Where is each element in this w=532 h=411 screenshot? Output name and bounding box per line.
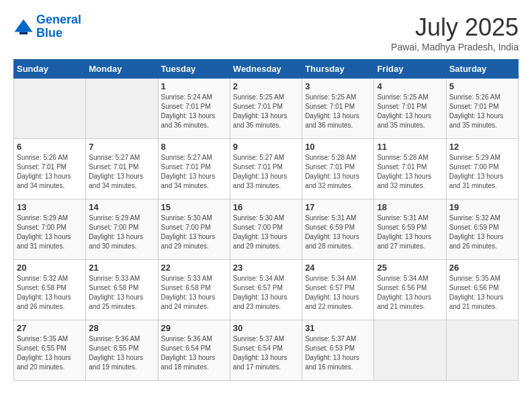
calendar-cell: 20Sunrise: 5:32 AM Sunset: 6:58 PM Dayli… xyxy=(14,260,86,320)
day-info: Sunrise: 5:34 AM Sunset: 6:57 PM Dayligh… xyxy=(305,274,371,312)
day-number: 29 xyxy=(161,323,227,333)
day-info: Sunrise: 5:29 AM Sunset: 7:00 PM Dayligh… xyxy=(89,214,154,251)
day-number: 12 xyxy=(449,142,515,152)
calendar-cell: 26Sunrise: 5:35 AM Sunset: 6:56 PM Dayli… xyxy=(446,260,518,320)
day-info: Sunrise: 5:25 AM Sunset: 7:01 PM Dayligh… xyxy=(305,93,371,130)
calendar-cell: 31Sunrise: 5:37 AM Sunset: 6:53 PM Dayli… xyxy=(302,320,374,381)
day-info: Sunrise: 5:33 AM Sunset: 6:58 PM Dayligh… xyxy=(89,274,154,312)
title-block: July 2025 Pawai, Madhya Pradesh, India xyxy=(391,13,519,52)
calendar-cell: 22Sunrise: 5:33 AM Sunset: 6:58 PM Dayli… xyxy=(158,260,230,320)
day-info: Sunrise: 5:36 AM Sunset: 6:55 PM Dayligh… xyxy=(89,334,154,372)
day-number: 7 xyxy=(89,142,154,152)
page-header: General Blue July 2025 Pawai, Madhya Pra… xyxy=(13,13,519,52)
day-info: Sunrise: 5:29 AM Sunset: 7:00 PM Dayligh… xyxy=(449,153,515,191)
day-info: Sunrise: 5:26 AM Sunset: 7:01 PM Dayligh… xyxy=(17,153,83,191)
calendar-cell: 6Sunrise: 5:26 AM Sunset: 7:01 PM Daylig… xyxy=(14,139,86,199)
calendar-cell: 24Sunrise: 5:34 AM Sunset: 6:57 PM Dayli… xyxy=(302,260,374,320)
day-info: Sunrise: 5:35 AM Sunset: 6:55 PM Dayligh… xyxy=(17,334,83,372)
day-info: Sunrise: 5:32 AM Sunset: 6:59 PM Dayligh… xyxy=(449,214,515,251)
day-number: 3 xyxy=(305,81,371,91)
calendar-cell: 18Sunrise: 5:31 AM Sunset: 6:59 PM Dayli… xyxy=(374,199,446,260)
calendar-cell: 2Sunrise: 5:25 AM Sunset: 7:01 PM Daylig… xyxy=(230,79,302,139)
day-number: 18 xyxy=(377,202,443,212)
day-info: Sunrise: 5:27 AM Sunset: 7:01 PM Dayligh… xyxy=(89,153,154,191)
day-number: 22 xyxy=(161,263,227,273)
day-info: Sunrise: 5:37 AM Sunset: 6:53 PM Dayligh… xyxy=(305,334,371,372)
day-number: 26 xyxy=(449,263,515,273)
day-number: 24 xyxy=(305,263,371,273)
day-info: Sunrise: 5:36 AM Sunset: 6:54 PM Dayligh… xyxy=(161,334,227,372)
day-number: 11 xyxy=(377,142,443,152)
day-number: 6 xyxy=(17,142,83,152)
calendar-cell: 14Sunrise: 5:29 AM Sunset: 7:00 PM Dayli… xyxy=(86,199,158,260)
day-number: 4 xyxy=(377,81,443,91)
header-day-friday: Friday xyxy=(374,60,446,79)
calendar-cell: 16Sunrise: 5:30 AM Sunset: 7:00 PM Dayli… xyxy=(230,199,302,260)
calendar-header: SundayMondayTuesdayWednesdayThursdayFrid… xyxy=(14,60,519,79)
day-info: Sunrise: 5:26 AM Sunset: 7:01 PM Dayligh… xyxy=(449,93,515,130)
logo-line2: Blue xyxy=(36,26,62,40)
calendar-cell: 12Sunrise: 5:29 AM Sunset: 7:00 PM Dayli… xyxy=(446,139,518,199)
day-number: 1 xyxy=(161,81,227,91)
svg-marker-0 xyxy=(15,19,33,32)
calendar-cell: 19Sunrise: 5:32 AM Sunset: 6:59 PM Dayli… xyxy=(446,199,518,260)
calendar-body: 1Sunrise: 5:24 AM Sunset: 7:01 PM Daylig… xyxy=(14,79,519,381)
week-row-5: 27Sunrise: 5:35 AM Sunset: 6:55 PM Dayli… xyxy=(14,320,519,381)
calendar-cell: 9Sunrise: 5:27 AM Sunset: 7:01 PM Daylig… xyxy=(230,139,302,199)
week-row-3: 13Sunrise: 5:29 AM Sunset: 7:00 PM Dayli… xyxy=(14,199,519,260)
day-number: 28 xyxy=(89,323,154,333)
day-number: 27 xyxy=(17,323,83,333)
day-number: 21 xyxy=(89,263,154,273)
calendar-cell: 28Sunrise: 5:36 AM Sunset: 6:55 PM Dayli… xyxy=(86,320,158,381)
calendar-cell: 1Sunrise: 5:24 AM Sunset: 7:01 PM Daylig… xyxy=(158,79,230,139)
day-info: Sunrise: 5:34 AM Sunset: 6:57 PM Dayligh… xyxy=(233,274,299,312)
calendar-cell: 3Sunrise: 5:25 AM Sunset: 7:01 PM Daylig… xyxy=(302,79,374,139)
calendar-cell: 21Sunrise: 5:33 AM Sunset: 6:58 PM Dayli… xyxy=(86,260,158,320)
calendar-cell: 23Sunrise: 5:34 AM Sunset: 6:57 PM Dayli… xyxy=(230,260,302,320)
day-info: Sunrise: 5:31 AM Sunset: 6:59 PM Dayligh… xyxy=(305,214,371,251)
calendar-cell xyxy=(446,320,518,381)
calendar-cell: 29Sunrise: 5:36 AM Sunset: 6:54 PM Dayli… xyxy=(158,320,230,381)
month-title: July 2025 xyxy=(391,13,519,42)
calendar-cell: 11Sunrise: 5:28 AM Sunset: 7:01 PM Dayli… xyxy=(374,139,446,199)
location: Pawai, Madhya Pradesh, India xyxy=(391,42,519,52)
header-day-tuesday: Tuesday xyxy=(158,60,230,79)
header-row: SundayMondayTuesdayWednesdayThursdayFrid… xyxy=(14,60,519,79)
day-number: 20 xyxy=(17,263,83,273)
day-number: 8 xyxy=(161,142,227,152)
calendar-cell: 5Sunrise: 5:26 AM Sunset: 7:01 PM Daylig… xyxy=(446,79,518,139)
day-info: Sunrise: 5:28 AM Sunset: 7:01 PM Dayligh… xyxy=(377,153,443,191)
calendar-cell: 30Sunrise: 5:37 AM Sunset: 6:54 PM Dayli… xyxy=(230,320,302,381)
week-row-1: 1Sunrise: 5:24 AM Sunset: 7:01 PM Daylig… xyxy=(14,79,519,139)
day-number: 15 xyxy=(161,202,227,212)
day-number: 30 xyxy=(233,323,299,333)
day-info: Sunrise: 5:33 AM Sunset: 6:58 PM Dayligh… xyxy=(161,274,227,312)
day-number: 25 xyxy=(377,263,443,273)
day-info: Sunrise: 5:35 AM Sunset: 6:56 PM Dayligh… xyxy=(449,274,515,312)
day-info: Sunrise: 5:27 AM Sunset: 7:01 PM Dayligh… xyxy=(233,153,299,191)
day-info: Sunrise: 5:27 AM Sunset: 7:01 PM Dayligh… xyxy=(161,153,227,191)
header-day-saturday: Saturday xyxy=(446,60,518,79)
header-day-monday: Monday xyxy=(86,60,158,79)
day-info: Sunrise: 5:34 AM Sunset: 6:56 PM Dayligh… xyxy=(377,274,443,312)
calendar-cell xyxy=(374,320,446,381)
day-info: Sunrise: 5:37 AM Sunset: 6:54 PM Dayligh… xyxy=(233,334,299,372)
logo-icon xyxy=(13,17,34,37)
calendar-cell xyxy=(86,79,158,139)
week-row-2: 6Sunrise: 5:26 AM Sunset: 7:01 PM Daylig… xyxy=(14,139,519,199)
day-number: 19 xyxy=(449,202,515,212)
day-number: 31 xyxy=(305,323,371,333)
calendar-cell xyxy=(14,79,86,139)
calendar-cell: 13Sunrise: 5:29 AM Sunset: 7:00 PM Dayli… xyxy=(14,199,86,260)
day-number: 5 xyxy=(449,81,515,91)
calendar-cell: 10Sunrise: 5:28 AM Sunset: 7:01 PM Dayli… xyxy=(302,139,374,199)
day-info: Sunrise: 5:32 AM Sunset: 6:58 PM Dayligh… xyxy=(17,274,83,312)
calendar-cell: 25Sunrise: 5:34 AM Sunset: 6:56 PM Dayli… xyxy=(374,260,446,320)
header-day-wednesday: Wednesday xyxy=(230,60,302,79)
day-number: 17 xyxy=(305,202,371,212)
logo-line1: General xyxy=(36,13,81,26)
calendar-cell: 8Sunrise: 5:27 AM Sunset: 7:01 PM Daylig… xyxy=(158,139,230,199)
calendar-cell: 27Sunrise: 5:35 AM Sunset: 6:55 PM Dayli… xyxy=(14,320,86,381)
day-info: Sunrise: 5:25 AM Sunset: 7:01 PM Dayligh… xyxy=(377,93,443,130)
calendar-cell: 4Sunrise: 5:25 AM Sunset: 7:01 PM Daylig… xyxy=(374,79,446,139)
